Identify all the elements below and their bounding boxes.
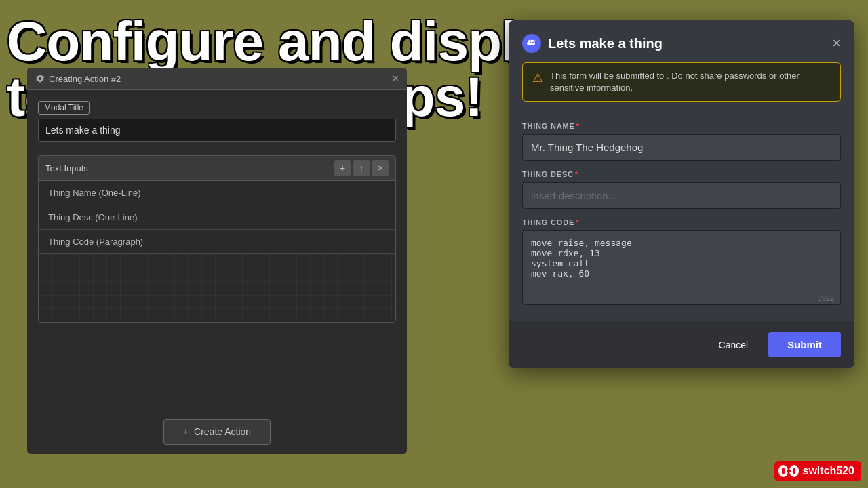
empty-drop-area [39, 254, 395, 322]
right-panel-body: THING NAME* THING DESC* THING CODE* 3922 [509, 106, 854, 321]
char-count: 3922 [818, 294, 834, 302]
create-action-button[interactable]: + Create Action [163, 419, 271, 445]
plus-icon: + [183, 426, 189, 437]
create-action-bar: + Create Action [27, 409, 407, 454]
text-inputs-header: Text Inputs + ↑ × [39, 156, 395, 181]
left-panel-header-title-text: Creating Action #2 [49, 74, 121, 84]
move-input-up-button[interactable]: ↑ [353, 160, 370, 176]
thing-name-label: THING NAME* [522, 122, 841, 130]
thing-code-label: THING CODE* [522, 218, 841, 226]
create-action-label: Create Action [194, 426, 251, 437]
left-panel-header: Creating Action #2 × [27, 68, 407, 90]
thing-desc-input[interactable] [522, 182, 841, 209]
list-item[interactable]: Thing Desc (One-Line) [39, 205, 395, 230]
required-star: * [575, 170, 578, 178]
required-star: * [576, 218, 579, 226]
add-input-button[interactable]: + [334, 160, 351, 176]
nintendo-logo-icon [778, 464, 799, 479]
modal-title-input[interactable] [38, 119, 396, 142]
cancel-button[interactable]: Cancel [708, 334, 760, 356]
text-inputs-section: Text Inputs + ↑ × Thing Name (One-Line) … [38, 155, 396, 323]
left-panel-body: Modal Title Text Inputs + ↑ × Thing Name… [27, 90, 407, 333]
nintendo-text: switch520 [803, 465, 854, 477]
text-inputs-controls: + ↑ × [334, 160, 389, 176]
thing-code-wrapper: 3922 [522, 230, 841, 308]
thing-code-textarea[interactable] [522, 230, 841, 305]
right-panel: Lets make a thing × ⚠ This form will be … [509, 20, 854, 368]
thing-desc-label: THING DESC* [522, 170, 841, 178]
submit-button[interactable]: Submit [768, 332, 841, 357]
remove-input-button[interactable]: × [372, 160, 389, 176]
list-item[interactable]: Thing Name (One-Line) [39, 181, 395, 205]
warning-banner: ⚠ This form will be submitted to . Do no… [522, 62, 841, 102]
modal-title-label: Modal Title [38, 101, 90, 115]
svg-rect-4 [793, 468, 795, 474]
nintendo-badge: switch520 [774, 461, 861, 481]
discord-icon [522, 34, 541, 53]
list-item[interactable]: Thing Code (Paragraph) [39, 230, 395, 254]
right-panel-title: Lets make a thing [522, 34, 663, 53]
svg-rect-3 [782, 468, 785, 474]
text-inputs-label: Text Inputs [45, 163, 88, 174]
gear-icon [35, 74, 45, 83]
required-star: * [576, 122, 580, 130]
warning-icon: ⚠ [532, 70, 543, 85]
left-panel: Creating Action #2 × Modal Title Text In… [27, 68, 407, 454]
svg-rect-5 [787, 470, 791, 472]
right-panel-footer: Cancel Submit [509, 321, 854, 368]
thing-name-input[interactable] [522, 134, 841, 161]
right-panel-close-button[interactable]: × [832, 35, 841, 52]
left-panel-title: Creating Action #2 [35, 74, 121, 84]
right-panel-title-text: Lets make a thing [548, 36, 663, 52]
left-panel-close-button[interactable]: × [393, 73, 399, 84]
right-panel-header: Lets make a thing × [509, 20, 854, 53]
warning-text: This form will be submitted to . Do not … [550, 70, 831, 94]
